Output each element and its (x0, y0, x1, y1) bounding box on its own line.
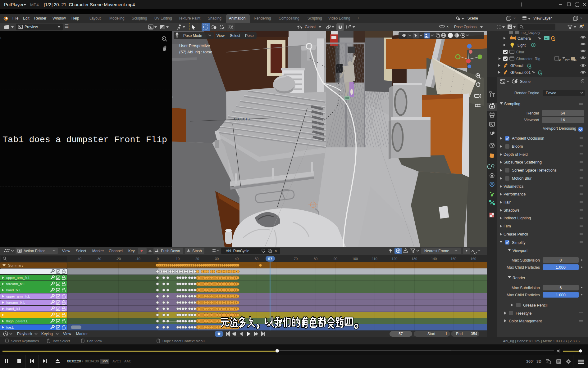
svg-text:Light: Light (517, 43, 526, 47)
svg-text:Max Child Particles: Max Child Particles (507, 265, 540, 270)
svg-text:120: 120 (392, 257, 397, 261)
svg-text:Performance: Performance (504, 192, 526, 196)
svg-text:thigh_parent.L: thigh_parent.L (6, 319, 28, 323)
svg-text:Summary: Summary (8, 263, 23, 267)
svg-text:upper_arm_ik.L: upper_arm_ik.L (6, 294, 30, 298)
svg-text:Action Editor: Action Editor (24, 249, 45, 253)
svg-text:Select: Select (76, 249, 86, 253)
svg-text:150: 150 (451, 257, 456, 261)
svg-text:Pose: Pose (245, 34, 254, 38)
svg-text:57: 57 (268, 257, 272, 261)
svg-text:Nearest Frame: Nearest Frame (424, 249, 449, 253)
svg-text:×: × (275, 249, 277, 253)
svg-text:_Abi_RunCycle: _Abi_RunCycle (223, 249, 249, 253)
svg-text:15: 15 (573, 58, 577, 61)
svg-text:toe.L: toe.L (6, 325, 14, 329)
svg-text:80: 80 (314, 257, 317, 261)
svg-text:Simplify: Simplify (512, 240, 526, 245)
svg-text:Freestyle: Freestyle (516, 311, 531, 316)
svg-text:Render: Render (513, 276, 525, 280)
svg-text:64: 64 (561, 111, 565, 115)
svg-text:Sampling: Sampling (504, 102, 520, 106)
svg-text:Eevee: Eevee (546, 91, 556, 95)
svg-text:no_lowpoly: no_lowpoly (522, 31, 540, 35)
svg-text:hand_fk.L: hand_fk.L (6, 288, 21, 292)
svg-text:20: 20 (195, 257, 199, 261)
svg-text:(57) Abi_rig : torso: (57) Abi_rig : torso (179, 50, 212, 54)
svg-text:Shadows: Shadows (504, 208, 519, 213)
svg-text:Scene: Scene (520, 79, 531, 84)
svg-text:GPencil.001: GPencil.001 (510, 70, 531, 75)
svg-text:1.000: 1.000 (556, 293, 565, 297)
svg-text:Pose Mode: Pose Mode (183, 34, 202, 38)
svg-text:forearm_ik.L: forearm_ik.L (6, 301, 25, 304)
svg-text:Playback: Playback (17, 332, 33, 336)
svg-text:Ambient Occlusion: Ambient Occlusion (512, 136, 544, 141)
svg-text:Start: Start (427, 332, 435, 336)
svg-text:99+: 99+ (565, 58, 570, 61)
svg-text:30: 30 (215, 257, 219, 261)
svg-text:Subsurface Scattering: Subsurface Scattering (504, 160, 542, 164)
svg-text:Camera: Camera (517, 36, 531, 41)
svg-text:160: 160 (471, 257, 476, 261)
svg-text:Viewport: Viewport (524, 118, 540, 122)
svg-text:16: 16 (561, 118, 565, 122)
svg-text:Character_Rig: Character_Rig (516, 57, 540, 61)
svg-text:-10: -10 (135, 257, 140, 261)
svg-text:-30: -30 (96, 257, 101, 261)
svg-text:Max Child Particles: Max Child Particles (507, 293, 540, 297)
svg-text:View: View (63, 332, 71, 336)
svg-text:Pan View: Pan View (87, 339, 102, 343)
svg-text:Depth of Field: Depth of Field (504, 152, 528, 157)
svg-text:›: › (172, 94, 173, 99)
svg-text:Hair: Hair (504, 200, 511, 204)
svg-text:-20: -20 (116, 257, 121, 261)
svg-text:140: 140 (431, 257, 437, 261)
svg-text:57: 57 (399, 332, 403, 336)
svg-text:2: 2 (559, 58, 561, 61)
svg-text:Channel: Channel (109, 249, 123, 253)
svg-text:Viewport Denoising: Viewport Denoising (543, 126, 577, 131)
svg-text:6: 6 (560, 286, 562, 290)
svg-text:Marker: Marker (76, 332, 88, 336)
svg-text:100: 100 (352, 257, 358, 261)
svg-text:Char: Char (516, 50, 524, 54)
svg-text:Bloom: Bloom (512, 144, 523, 149)
svg-text:Viewport: Viewport (513, 249, 528, 253)
svg-text:GPencil: GPencil (510, 64, 523, 68)
svg-text:Max Subdivision: Max Subdivision (512, 286, 540, 290)
svg-text:User Perspective: User Perspective (179, 43, 210, 48)
svg-text:hand_ik.L: hand_ik.L (6, 307, 21, 311)
svg-text:Select Keyframes: Select Keyframes (11, 339, 39, 343)
svg-text:110: 110 (372, 257, 377, 261)
svg-text:Key: Key (128, 249, 135, 253)
svg-text:Abi_rig | Bones:1/1.125 | Mem: Abi_rig | Bones:1/1.125 | Mem: 1.03 GiB … (503, 339, 580, 343)
svg-text:Render: Render (526, 111, 539, 115)
svg-text:40: 40 (235, 257, 239, 261)
svg-text:1: 1 (445, 332, 447, 336)
svg-text:OBJECTS: OBJECTS (234, 117, 250, 121)
svg-text:View: View (217, 34, 225, 38)
svg-text:Indirect Lighting: Indirect Lighting (504, 216, 531, 220)
svg-text:Screen Space Reflections: Screen Space Reflections (512, 168, 557, 173)
svg-text:End: End (456, 332, 463, 336)
svg-text:Volumetrics: Volumetrics (504, 184, 524, 189)
svg-text:Stash: Stash (192, 249, 202, 253)
svg-text:1.000: 1.000 (556, 265, 565, 270)
svg-text:Film: Film (504, 224, 511, 228)
svg-text:Dope Sheet Context Menu: Dope Sheet Context Menu (162, 339, 205, 343)
svg-text:Grease Pencil: Grease Pencil (523, 303, 548, 307)
svg-text:Select: Select (230, 34, 240, 38)
svg-text:0: 0 (157, 257, 159, 261)
svg-text:Max Subdivision: Max Subdivision (512, 258, 540, 263)
svg-text:Push Down: Push Down (161, 249, 180, 253)
svg-text:70: 70 (294, 257, 298, 261)
svg-text:Color Management: Color Management (509, 319, 542, 323)
svg-text:90: 90 (334, 257, 337, 261)
svg-text:Box Select: Box Select (53, 339, 70, 343)
svg-text:Motion Blur: Motion Blur (512, 176, 531, 181)
svg-text:0: 0 (560, 258, 562, 263)
svg-text:354: 354 (471, 332, 477, 336)
svg-text:Marker: Marker (92, 249, 104, 253)
svg-text:forearm_fk.L: forearm_fk.L (6, 282, 25, 286)
